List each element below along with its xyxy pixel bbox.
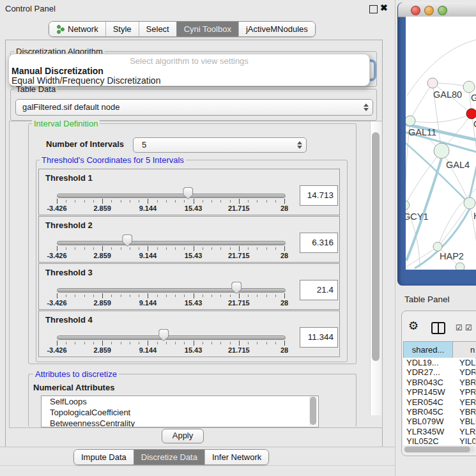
table-row[interactable]: YER054CYER0 [403,397,475,407]
tick-label: 2.859 [93,204,111,212]
threshold-value-input[interactable]: 14.713 [300,185,338,206]
major-tick [194,199,194,204]
tab-style[interactable]: Style [105,22,139,36]
vertical-scrollbar[interactable] [370,121,381,415]
network-edge[interactable] [410,83,433,121]
network-node[interactable] [406,116,415,126]
attribute-list-item[interactable]: SelfLoops [42,396,318,407]
tick-label: 15.43 [185,252,203,259]
network-node[interactable] [433,242,442,251]
apply-button[interactable]: Apply [162,429,204,443]
tab-discretize-data[interactable]: Discretize Data [134,450,204,464]
tab-select[interactable]: Select [139,22,176,36]
network-window-titlebar[interactable] [398,3,476,17]
attributes-group-label: Attributes to discretize [33,369,119,379]
network-edge[interactable] [470,166,476,197]
table-panel-title: Table Panel [404,295,450,304]
checkbox-icon[interactable]: ☑ [465,323,472,332]
threshold-value-input[interactable]: 11.344 [300,327,338,348]
number-of-intervals-label: Number of Intervals [46,139,124,149]
column-header-name[interactable]: n [452,341,476,358]
tick-label: 15.43 [185,204,203,212]
checkbox-icon[interactable]: ☑ [456,323,463,332]
close-traffic-light[interactable] [411,6,420,15]
scrollbar-thumb[interactable] [372,132,380,361]
table-row[interactable]: YBR043CYBR0 [403,378,475,387]
threshold-4-panel: Threshold 4 -3.4262.8599.14415.4321.7152… [38,311,340,357]
tab-impute-data[interactable]: Impute Data [74,450,134,464]
tab-network[interactable]: Network [49,22,105,36]
major-tick [239,246,240,251]
gear-icon[interactable]: ⚙ [408,319,418,333]
horizontal-scrollbar[interactable] [404,446,475,453]
divider [0,465,395,466]
table-row[interactable]: YIL052CYIL0 [403,436,475,445]
tab-cyni-toolbox[interactable]: Cyni Toolbox [176,22,238,36]
network-edge[interactable] [410,114,472,123]
major-tick [284,246,285,251]
table-row[interactable]: YDL19...YDL1 [403,358,475,367]
tick-label: 28 [280,252,288,259]
cell-shared-name: YBR043C [403,378,455,387]
network-canvas[interactable]: GAL80GACGAL11GAL4GCY1HHAP2 [406,17,476,270]
network-edge[interactable] [438,203,470,247]
network-node[interactable] [466,109,476,119]
node-label: GCY1 [406,211,429,222]
scrollbar-thumb[interactable] [404,447,470,452]
tick-label: 21.715 [228,252,250,259]
node-label: C [473,119,476,129]
major-tick [239,293,240,298]
tick-label: 15.43 [185,346,203,354]
float-window-button[interactable] [369,5,378,13]
table-row[interactable]: YLR345WYLR3 [403,427,475,436]
table-row[interactable]: YDR27...YDR2 [403,367,475,377]
threshold-label: Threshold 4 [45,315,93,325]
network-node[interactable] [464,197,475,209]
slider-handle[interactable] [158,329,169,341]
minimize-traffic-light[interactable] [424,6,434,15]
network-node[interactable] [463,81,475,93]
number-of-intervals-combobox[interactable]: 5 [133,137,307,153]
network-node[interactable] [427,78,438,88]
network-node[interactable] [434,143,449,158]
tab-impute-data-label: Impute Data [81,450,127,464]
zoom-traffic-light[interactable] [438,6,447,15]
major-tick [57,246,58,251]
scrollbar-thumb[interactable] [310,397,316,425]
interval-definition-label: Interval Definition [32,119,100,128]
network-view-window[interactable]: GAL80GACGAL11GAL4GCY1HHAP2 [397,3,476,286]
network-edge[interactable] [470,203,476,244]
thresholds-group-label: Threshold's Coordinates for 5 Intervals [40,155,186,165]
column-header-shared-name[interactable]: shared... [403,341,453,358]
network-node[interactable] [406,201,410,210]
top-tab-bar: Network Style Select Cyni Toolbox jActiv… [49,21,316,37]
slider-handle[interactable] [122,234,132,247]
table-data-value: galFiltered.sif default node [16,100,372,115]
slider-handle[interactable] [183,187,193,199]
network-node[interactable] [456,263,464,270]
attribute-list-item[interactable]: BetweennessCentrality [42,418,318,427]
tick-label: 9.144 [139,204,157,212]
threshold-value-input[interactable]: 6.316 [300,233,338,253]
cell-shared-name: YER054C [403,397,455,407]
attributes-list-scrollbar[interactable] [309,396,317,426]
table-data-combobox[interactable]: galFiltered.sif default node [15,99,373,116]
node-label: GA [471,93,476,103]
tab-infer-network[interactable]: Infer Network [204,450,268,464]
close-icon[interactable]: ✖ [380,3,388,13]
algorithm-option-manual[interactable]: Manual Discretization [12,66,104,76]
slider-ruler: -3.4262.8599.14415.4321.71528 [57,199,284,213]
major-tick [102,199,103,204]
tab-jactivemnodules[interactable]: jActiveMNodules [238,22,315,36]
slider-handle[interactable] [231,282,242,294]
table-row[interactable]: YBR045CYBR0 [403,407,475,417]
major-tick [102,341,103,346]
network-edge[interactable] [441,151,470,203]
table-row[interactable]: YPR145WYPR1 [403,387,475,397]
algorithm-option-equal-width[interactable]: Equal Width/Frequency Discretization [12,75,160,86]
cell-shared-name: YBL079W [403,417,455,426]
attribute-list-item[interactable]: TopologicalCoefficient [42,407,318,418]
table-row[interactable]: YBL079WYBL0 [403,417,475,426]
columns-icon[interactable] [431,322,445,334]
threshold-value-input[interactable]: 21.4 [300,280,338,300]
